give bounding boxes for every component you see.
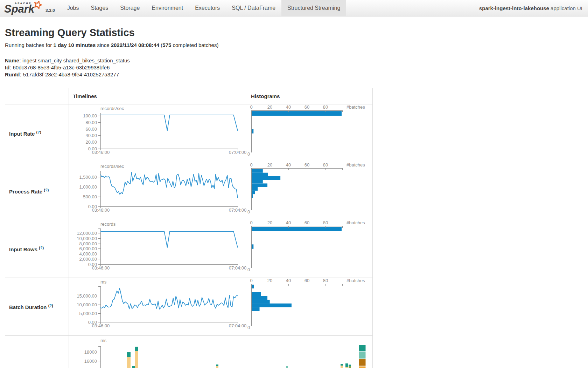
running-since: 2022/11/24 08:08:44: [111, 42, 159, 48]
svg-text:0: 0: [250, 278, 252, 283]
svg-text:4,000.00: 4,000.00: [79, 251, 97, 257]
running-prefix: Running batches for: [5, 42, 53, 48]
svg-text:80: 80: [323, 278, 328, 283]
svg-text:20: 20: [267, 220, 272, 225]
svg-text:07:04:00: 07:04:00: [229, 207, 246, 213]
process-rate-help-icon[interactable]: (?): [44, 188, 49, 192]
name-label: Name:: [5, 57, 21, 63]
svg-text:#batches: #batches: [346, 220, 365, 225]
svg-text:80: 80: [323, 104, 328, 110]
runid-label: RunId:: [5, 71, 21, 77]
tab-jobs[interactable]: Jobs: [61, 0, 85, 16]
query-name-line: Name: ingest smart_city shared_bikes_sta…: [5, 57, 583, 64]
process-rate-timeline-chart: records/sec1,500.001,000.00500.000.0003:…: [69, 162, 246, 220]
completed-batches-count: 575: [162, 42, 171, 48]
svg-text:60.00: 60.00: [85, 127, 97, 132]
page-title: Streaming Query Statistics: [5, 27, 583, 39]
table-header-row: Timelines Histograms: [5, 88, 373, 104]
main-content: Streaming Query Statistics Running batch…: [0, 27, 588, 368]
row-label-input-rate: Input Rate (?): [5, 104, 69, 162]
app-name-label: spark-ingest-into-lakehouse application …: [479, 0, 588, 16]
input-rows-histogram-chart: 020406080#batches0: [247, 220, 372, 278]
operation-duration-chart: ms180001600014000: [69, 336, 372, 368]
svg-text:80: 80: [323, 162, 328, 168]
svg-text:07:04:00: 07:04:00: [229, 323, 246, 328]
svg-text:07:04:00: 07:04:00: [229, 265, 246, 271]
legend-swatch: [359, 352, 366, 359]
svg-text:40.00: 40.00: [85, 133, 97, 138]
nav-tabs: JobsStagesStorageEnvironmentExecutorsSQL…: [61, 0, 346, 16]
spark-version-label: 3.3.0: [45, 8, 55, 15]
name-value: ingest smart_city shared_bikes_station_s…: [21, 57, 130, 63]
svg-text:10,000.00: 10,000.00: [77, 236, 97, 241]
app-name: spark-ingest-into-lakehouse: [479, 5, 549, 11]
svg-text:60: 60: [304, 162, 309, 168]
row-label-process-rate: Process Rate (?): [5, 162, 69, 220]
running-close: completed batches): [171, 42, 218, 48]
tab-environment[interactable]: Environment: [146, 0, 189, 16]
svg-text:03:46:00: 03:46:00: [92, 150, 110, 155]
svg-text:8,000.00: 8,000.00: [79, 241, 97, 246]
svg-text:0: 0: [247, 267, 250, 272]
svg-text:records/sec: records/sec: [100, 106, 124, 111]
process-rate-histogram-chart: 020406080#batches0: [247, 162, 372, 220]
svg-text:80: 80: [323, 220, 328, 225]
tab-stages[interactable]: Stages: [85, 0, 114, 16]
tab-structured-streaming[interactable]: Structured Streaming: [281, 0, 346, 16]
svg-text:#batches: #batches: [346, 104, 365, 110]
svg-text:40: 40: [286, 220, 291, 225]
statistics-table: Timelines Histograms Input Rate (?)recor…: [5, 88, 373, 368]
metric-row-input-rate: Input Rate (?)records/sec100.0080.0060.0…: [5, 104, 373, 162]
svg-text:15,000.00: 15,000.00: [77, 293, 97, 299]
legend-swatch: [359, 367, 366, 368]
svg-text:40: 40: [286, 162, 291, 168]
query-id-line: Id: 60dc3768-85e3-4fb5-a13c-63b29938bfe6: [5, 64, 583, 71]
spark-star-icon: [33, 0, 42, 9]
metric-row-batch-duration: Batch Duration (?)ms15,000.0010,000.005,…: [5, 278, 373, 336]
query-metadata: Name: ingest smart_city shared_bikes_sta…: [5, 57, 583, 78]
svg-text:80.00: 80.00: [85, 120, 97, 125]
row-label-batch-duration: Batch Duration (?): [5, 278, 69, 336]
svg-text:records: records: [100, 222, 116, 227]
metric-row-input-rows: Input Rows (?)records12,000.0010,000.008…: [5, 220, 373, 278]
legend-swatch: [359, 345, 366, 352]
header-empty: [5, 88, 69, 104]
svg-text:ms: ms: [100, 279, 107, 285]
svg-text:ms: ms: [100, 338, 107, 343]
svg-text:60: 60: [304, 104, 309, 110]
metric-row-process-rate: Process Rate (?)records/sec1,500.001,000…: [5, 162, 373, 220]
svg-text:20: 20: [267, 278, 272, 283]
tab-executors[interactable]: Executors: [189, 0, 226, 16]
running-middle: since: [96, 42, 111, 48]
svg-text:500.00: 500.00: [83, 194, 97, 199]
spark-logo[interactable]: APACHE Spark 3.3.0: [0, 0, 56, 16]
batch-duration-histogram-chart: 020406080#batches0: [247, 278, 372, 335]
header-timelines: Timelines: [69, 88, 247, 104]
query-runid-line: RunId: 517afd3f-28e2-4ba8-9fe4-4102527a3…: [5, 71, 583, 78]
id-value: 60dc3768-85e3-4fb5-a13c-63b29938bfe6: [11, 64, 110, 70]
row-label-input-rows: Input Rows (?): [5, 220, 69, 278]
svg-text:0: 0: [250, 220, 252, 225]
spark-logo-image: APACHE Spark: [4, 0, 45, 15]
row-label-operation-duration: [5, 336, 69, 368]
svg-text:0: 0: [250, 162, 252, 168]
input-rate-help-icon[interactable]: (?): [36, 130, 41, 134]
tab-sql-dataframe[interactable]: SQL / DataFrame: [226, 0, 281, 16]
running-duration: 1 day 10 minutes: [53, 42, 96, 48]
svg-text:1,500.00: 1,500.00: [79, 175, 97, 180]
batch-duration-help-icon[interactable]: (?): [48, 304, 53, 308]
legend-swatch: [359, 359, 366, 366]
svg-text:0: 0: [247, 151, 250, 157]
svg-text:1,000.00: 1,000.00: [79, 184, 97, 190]
input-rows-help-icon[interactable]: (?): [39, 246, 44, 250]
svg-text:40: 40: [286, 278, 291, 283]
running-batches-line: Running batches for 1 day 10 minutes sin…: [5, 42, 583, 48]
metric-row-operation-duration: ms180001600014000: [5, 336, 373, 368]
svg-text:0: 0: [250, 104, 252, 110]
id-label: Id:: [5, 64, 11, 70]
svg-text:20.00: 20.00: [85, 139, 97, 145]
spark-text: Spark: [4, 3, 35, 15]
svg-text:03:46:00: 03:46:00: [92, 323, 110, 328]
svg-text:records/sec: records/sec: [100, 164, 124, 169]
tab-storage[interactable]: Storage: [114, 0, 146, 16]
